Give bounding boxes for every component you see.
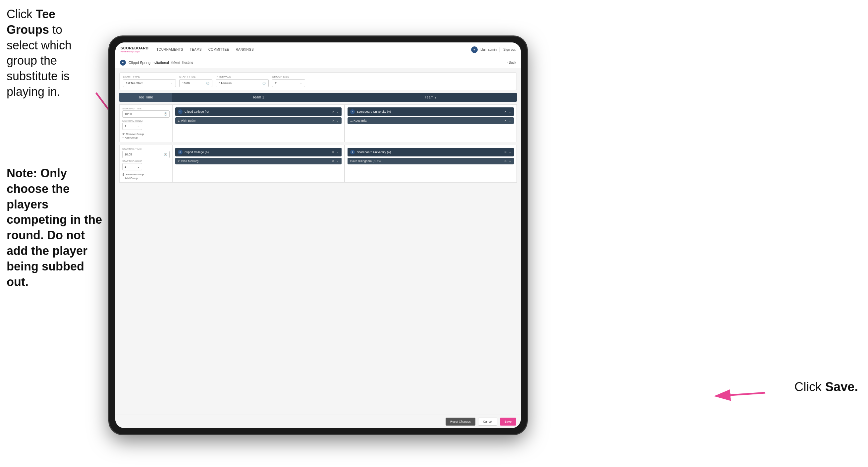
starting-hole-input-1[interactable]: 1 ⌄ (122, 123, 142, 130)
team2-name-2: Scoreboard University (A) (357, 150, 502, 154)
player-row-2-1[interactable]: 1. Rees Britt ✕ ⌄ (347, 117, 514, 124)
start-type-input[interactable]: 1st Tee Start ⌄ (123, 79, 176, 87)
navbar-links: TOURNAMENTS TEAMS COMMITTEE RANKINGS (156, 48, 471, 51)
group-size-field: Group Size 2 ⌄ (272, 75, 305, 87)
intervals-input[interactable]: 5 Minutes 🕐 (216, 79, 269, 87)
nav-separator: | (499, 47, 501, 53)
team2-card-1[interactable]: S Scoreboard University (A) ✕ ⌄ (347, 107, 514, 116)
reset-changes-button[interactable]: Reset Changes (445, 418, 475, 426)
team2-controls-2: ✕ ⌄ (504, 150, 511, 154)
groups-area: STARTING TIME: 10:00 🕐 STARTING HOLE: 1 … (119, 105, 517, 411)
back-button[interactable]: ‹ Back (507, 61, 516, 64)
instruction-text: Click Tee Groups to select which group t… (0, 0, 103, 107)
player-remove-1-1[interactable]: ✕ (332, 119, 335, 122)
player-remove-sub[interactable]: ✕ (504, 159, 507, 163)
start-time-label: Start Time (179, 75, 212, 78)
add-group-button-1[interactable]: + Add Group (122, 136, 169, 139)
tee-time-col-2: STARTING TIME: 10:05 🕐 STARTING HOLE: 1 … (119, 145, 172, 183)
start-time-input[interactable]: 10:00 🕐 (179, 79, 212, 87)
start-type-label: Start Type (123, 75, 176, 78)
logo-main-text: SCOREBOARD (121, 47, 148, 50)
nav-tournaments[interactable]: TOURNAMENTS (156, 48, 183, 51)
trash-icon-1: 🗑 (122, 133, 125, 136)
note-prefix: Note: Only choose the players competing … (7, 166, 102, 289)
tablet-screen: SCOREBOARD Powered by clippd TOURNAMENTS… (115, 42, 521, 428)
group-size-input[interactable]: 2 ⌄ (272, 79, 305, 87)
plus-icon-1: + (122, 136, 124, 139)
team1-card-2[interactable]: C Clippd College (A) ✕ ⌄ (175, 148, 342, 156)
start-type-field: Start Type 1st Tee Start ⌄ (123, 75, 176, 87)
table-header: Tee Time Team 1 Team 2 (119, 93, 517, 102)
footer: Reset Changes Cancel Save (115, 415, 521, 428)
team1-arrows-1: ⌄ (337, 110, 339, 113)
nav-rankings[interactable]: RANKINGS (236, 48, 254, 51)
player-arrows-1-1: ⌄ (337, 119, 339, 122)
intervals-field: Intervals 5 Minutes 🕐 (216, 75, 269, 87)
start-settings-row: Start Type 1st Tee Start ⌄ Start Time 10… (119, 72, 517, 90)
team2-avatar-2: S (350, 150, 355, 154)
team2-col-2: S Scoreboard University (A) ✕ ⌄ Dave Bil… (345, 145, 517, 183)
remove-group-button-2[interactable]: 🗑 Remove Group (122, 173, 169, 176)
team2-name-1: Scoreboard University (A) (357, 110, 502, 113)
starting-time-label-2: STARTING TIME: (122, 148, 169, 150)
col-tee-time: Tee Time (119, 93, 172, 102)
player-remove-1-2[interactable]: ✕ (332, 159, 335, 163)
tee-time-col-1: STARTING TIME: 10:00 🕐 STARTING HOLE: 1 … (119, 105, 172, 142)
hole-chevron-2: ⌄ (137, 165, 140, 168)
team1-remove-1[interactable]: ✕ (332, 110, 335, 113)
player-row-1-2[interactable]: 2. Blair McHarg ✕ ⌄ (175, 158, 342, 165)
player-row-1-1[interactable]: 1. Rich Butler ✕ ⌄ (175, 117, 342, 124)
player-name-1-1: 1. Rich Butler (178, 119, 330, 122)
tournament-gender (169, 61, 170, 65)
team1-arrows-2: ⌄ (337, 151, 339, 154)
tournament-gender-text: (Men) (171, 61, 180, 64)
team2-remove-1[interactable]: ✕ (504, 110, 507, 113)
navbar: SCOREBOARD Powered by clippd TOURNAMENTS… (115, 42, 521, 57)
tournament-avatar: B (120, 60, 126, 66)
team1-card-1[interactable]: C Clippd College (A) ✕ ⌄ (175, 107, 342, 116)
add-group-button-2[interactable]: + Add Group (122, 177, 169, 180)
nav-committee[interactable]: COMMITTEE (208, 48, 229, 51)
team1-avatar-2: C (178, 150, 183, 154)
hole-chevron-1: ⌄ (137, 125, 140, 128)
hosting-badge: Hosting (182, 61, 193, 64)
plus-icon-2: + (122, 177, 124, 180)
tournament-title: Clippd Spring Invitational (128, 61, 169, 65)
starting-hole-input-2[interactable]: 1 ⌄ (122, 163, 142, 170)
starting-time-input-2[interactable]: 10:05 🕐 (122, 151, 169, 158)
logo-sub-text: Powered by clippd (121, 50, 148, 53)
player-remove-2-1[interactable]: ✕ (504, 119, 507, 122)
intervals-label: Intervals (216, 75, 269, 78)
starting-time-input-1[interactable]: 10:00 🕐 (122, 110, 169, 118)
team1-remove-2[interactable]: ✕ (332, 150, 335, 154)
sub-header: B Clippd Spring Invitational (Men) Hosti… (115, 57, 521, 68)
group-size-chevron: ⌄ (300, 82, 302, 85)
team2-card-2[interactable]: S Scoreboard University (A) ✕ ⌄ (347, 148, 514, 156)
start-time-field: Start Time 10:00 🕐 (179, 75, 212, 87)
note-text: Note: Only choose the players competing … (0, 159, 109, 296)
player-name-1-2: 2. Blair McHarg (178, 159, 330, 163)
player-row-sub-2[interactable]: Dave Billingham (SUB) ✕ ⌄ (347, 158, 514, 165)
team2-remove-2[interactable]: ✕ (504, 150, 507, 154)
app-logo: SCOREBOARD Powered by clippd (121, 47, 148, 53)
save-button[interactable]: Save (500, 418, 516, 426)
group-row-2: STARTING TIME: 10:05 🕐 STARTING HOLE: 1 … (119, 145, 517, 183)
group-size-label: Group Size (272, 75, 305, 78)
remove-group-button-1[interactable]: 🗑 Remove Group (122, 133, 169, 136)
click-save-instruction: Click Save. (795, 380, 858, 394)
click-save-bold: Save. (825, 380, 858, 394)
team2-arrows-2: ⌄ (509, 151, 511, 154)
start-time-icon: 🕐 (206, 82, 209, 85)
nav-teams[interactable]: TEAMS (190, 48, 202, 51)
sign-out-link[interactable]: Sign out (503, 48, 516, 51)
navbar-right: B blair admin | Sign out (471, 47, 516, 53)
cancel-button[interactable]: Cancel (478, 418, 497, 426)
team1-col-1: C Clippd College (A) ✕ ⌄ 1. Rich Butler … (172, 105, 345, 142)
starting-hole-label-2: STARTING HOLE: (122, 160, 169, 163)
col-team2: Team 2 (345, 93, 517, 102)
team1-name-2: Clippd College (A) (185, 150, 330, 154)
tablet-frame: SCOREBOARD Powered by clippd TOURNAMENTS… (109, 36, 527, 434)
svg-line-2 (716, 393, 765, 396)
team2-col-1: S Scoreboard University (A) ✕ ⌄ 1. Rees … (345, 105, 517, 142)
team1-name-1: Clippd College (A) (185, 110, 330, 113)
